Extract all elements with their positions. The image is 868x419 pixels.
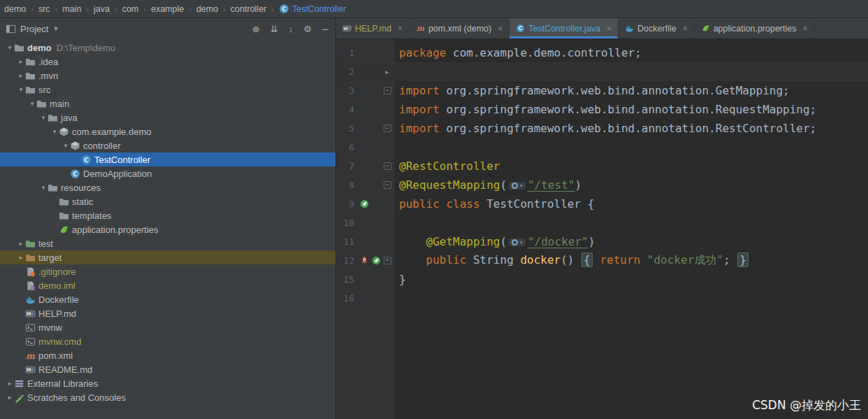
tree-item-resources[interactable]: ▾resources [0,180,335,194]
breadcrumb-item-java[interactable]: java [94,4,110,14]
chevron-down-icon[interactable]: ▾ [6,44,14,51]
chevron-right-icon[interactable]: ▸ [6,380,14,387]
tree-item-demo[interactable]: ▾demoD:\Temp\demo [0,41,335,55]
tab-close-icon[interactable]: × [802,24,807,34]
editor-tab-dockerfile[interactable]: Dockerfile× [619,18,695,38]
tree-item-readme-md[interactable]: README.md [0,362,335,376]
breadcrumb-item-main[interactable]: main [62,4,81,14]
line-number[interactable]: 1 [336,48,356,58]
line-number[interactable]: 16 [336,293,356,304]
fold-column: − [381,87,393,94]
code-token: @RestController [399,159,500,173]
breadcrumb-item-example[interactable]: example [151,4,184,14]
locate-button[interactable]: ⊕ [252,24,260,34]
bean-icon[interactable] [372,256,381,265]
rocket-icon[interactable] [360,256,369,265]
breadcrumb-item-demo[interactable]: demo [4,4,26,14]
tree-item-demoapplication[interactable]: DemoApplication [0,166,335,180]
tab-close-icon[interactable]: × [683,24,688,34]
breadcrumb-separator: › [115,5,117,13]
bean-icon[interactable] [360,199,369,208]
breadcrumb-item-controller[interactable]: controller [231,4,266,14]
chevron-down-icon[interactable]: ▾ [50,128,59,135]
fold-collapse-icon[interactable]: − [384,87,391,94]
expand-all-button[interactable]: ↕ [289,24,294,34]
tree-item-demo-iml[interactable]: demo.iml [0,278,335,292]
line-number[interactable]: 2 [336,66,356,77]
request-mapping-inlay[interactable]: ▾ [509,239,526,246]
fold-collapse-icon[interactable]: − [384,162,391,170]
editor-tab-testcontroller-java[interactable]: TestController.java× [509,18,619,38]
breadcrumb-item-demo[interactable]: demo [196,4,218,14]
line-number[interactable]: 4 [336,104,356,115]
fold-arrow-icon[interactable]: ▶ [385,69,389,76]
tree-item-pom-xml[interactable]: pom.xml [0,348,335,362]
tab-close-icon[interactable]: × [398,24,403,34]
line-number[interactable]: 10 [336,218,356,228]
tree-item-templates[interactable]: templates [0,208,335,222]
line-number[interactable]: 6 [336,142,356,152]
tree-item-gitignore[interactable]: .gitignore [0,264,335,278]
line-number[interactable]: 7 [336,161,356,171]
editor-tab-application-properties[interactable]: application.properties× [695,18,815,38]
request-mapping-inlay[interactable]: ▾ [509,182,526,190]
chevron-down-icon[interactable]: ▾ [28,100,36,107]
tree-item-com-example-demo[interactable]: ▾com.example.demo [0,125,335,139]
breadcrumb-item-current[interactable]: TestController [279,3,346,14]
line-number[interactable]: 5 [336,123,356,134]
chevron-down-icon[interactable]: ▾ [62,142,70,149]
chevron-right-icon[interactable]: ▸ [17,254,25,261]
tab-close-icon[interactable]: × [498,24,502,34]
tree-item-idea[interactable]: ▸.idea [0,55,335,69]
tab-close-icon[interactable]: × [607,24,612,34]
tree-item-mvnw-cmd[interactable]: mvnw.cmd [0,334,335,348]
tree-item-external-libraries[interactable]: ▸External Libraries [0,376,335,390]
editor-tab-help-md[interactable]: HELP.md× [336,18,410,38]
line-number[interactable]: 15 [336,274,356,285]
line-number[interactable]: 12 [336,255,356,266]
fold-collapse-icon[interactable]: − [384,181,391,189]
tree-item-mvnw[interactable]: mvnw [0,320,335,334]
collapse-all-button[interactable]: ⇊ [270,24,278,34]
tree-item-main[interactable]: ▾main [0,97,335,111]
tree-item-help-md[interactable]: HELP.md [0,306,335,320]
tree-item-test[interactable]: ▸test [0,236,335,250]
tree-item-src[interactable]: ▾src [0,83,335,97]
editor-tab-pom-xml-demo[interactable]: pom.xml (demo)× [410,18,509,38]
line-number[interactable]: 3 [336,85,356,96]
folder-icon [25,57,36,67]
chevron-down-icon[interactable]: ▾ [39,114,48,121]
url-mapping-link[interactable]: "/test" [528,178,574,192]
tree-item-controller[interactable]: ▾controller [0,139,335,152]
chevron-right-icon[interactable]: ▸ [17,240,25,247]
tree-item-application-properties[interactable]: application.properties [0,222,335,236]
tree-item-scratches-and-consoles[interactable]: ▸Scratches and Consoles [0,390,335,404]
url-mapping-link[interactable]: "/docker" [528,235,588,248]
tree-item-dockerfile[interactable]: Dockerfile [0,292,335,306]
hide-button[interactable]: ─ [322,24,328,34]
breadcrumb-item-src[interactable]: src [38,4,50,14]
tree-item-static[interactable]: static [0,194,335,208]
line-number[interactable]: 9 [336,199,356,209]
chevron-right-icon[interactable]: ▸ [17,58,25,65]
settings-button[interactable]: ⚙ [303,24,312,34]
chevron-right-icon[interactable]: ▸ [6,394,14,401]
tree-item-mvn[interactable]: ▸.mvn [0,69,335,83]
code-token: return [600,253,646,267]
chevron-down-icon[interactable]: ▾ [17,86,25,93]
chevron-right-icon[interactable]: ▸ [17,72,25,79]
line-number[interactable]: 8 [336,180,356,190]
code-token: public class [399,197,486,211]
fold-expand-icon[interactable]: + [384,257,391,264]
breadcrumb-item-com[interactable]: com [122,4,139,14]
tree-item-java[interactable]: ▾java [0,111,335,125]
chevron-down-icon[interactable]: ▾ [39,184,48,191]
line-number[interactable]: 11 [336,236,356,247]
tree-item-testcontroller[interactable]: TestController [0,152,335,166]
project-view-selector[interactable]: Project ▼ [6,24,59,34]
tree-item-target[interactable]: ▸target [0,250,335,264]
code-editor[interactable]: 1package com.example.demo.controller;2▶3… [336,39,868,419]
fold-collapse-icon[interactable]: − [384,125,391,132]
project-tool-window: Project ▼ ⊕⇊↕⚙─ ▾demoD:\Temp\demo▸.idea▸… [0,18,336,419]
fold-column: + [381,257,393,264]
